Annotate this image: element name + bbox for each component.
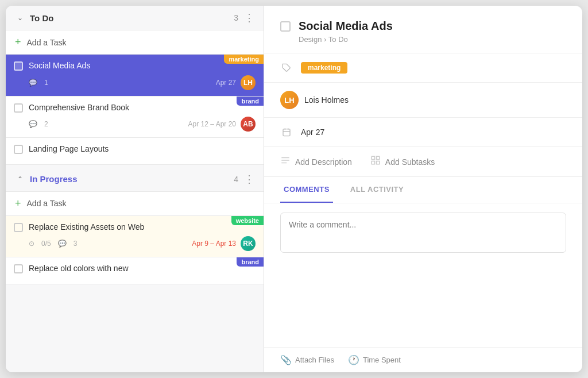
add-description-label: Add Description (295, 157, 352, 167)
svg-rect-1 (283, 129, 290, 136)
detail-tag-pill[interactable]: marketing (301, 62, 347, 74)
svg-rect-11 (372, 161, 374, 164)
time-spent-btn[interactable]: 🕐 Time Spent (348, 354, 401, 365)
detail-due-date: Apr 27 (301, 128, 324, 137)
task-date-replace-assets: Apr 9 – Apr 13 (192, 240, 236, 248)
attach-files-label: Attach Files (295, 356, 334, 364)
task-title-replace-assets: Replace Existing Assets on Web (29, 222, 256, 233)
task-title-social-media-ads: Social Media Ads (29, 60, 256, 72)
todo-collapse-chevron[interactable]: ⌄ (15, 13, 25, 23)
detail-assignee-name: Lois Holmes (304, 95, 349, 105)
tab-comments[interactable]: COMMENTS (280, 177, 333, 203)
svg-rect-8 (372, 156, 374, 159)
task-title-replace-colors: Replace old colors with new (29, 263, 256, 275)
left-panel: ⌄ To Do 3 ⋮ + Add a Task marketing Socia… (6, 6, 264, 372)
task-checkbox-landing-page[interactable] (14, 145, 23, 154)
task-card-replace-colors[interactable]: brand Replace old colors with new (6, 257, 264, 284)
task-date-brand-book: Apr 12 – Apr 20 (188, 120, 236, 128)
task-avatar-brand-book: AB (241, 117, 256, 132)
todo-section-title: To Do (30, 13, 234, 23)
comment-textarea[interactable] (280, 213, 566, 253)
attach-icon: 📎 (280, 354, 292, 365)
inprogress-add-task-row[interactable]: + Add a Task (6, 192, 264, 216)
assignee-info: LH Lois Holmes (280, 91, 349, 109)
task-checkbox-social-media-ads[interactable] (14, 61, 23, 71)
inprogress-section-title: In Progress (30, 174, 234, 184)
subtask-count-replace-assets: 0/5 (41, 240, 51, 248)
inprogress-add-task-label: Add a Task (27, 199, 67, 208)
inprogress-collapse-chevron[interactable]: ⌃ (15, 174, 25, 184)
comment-icon-replace-assets: 💬 (58, 240, 67, 248)
tab-all-activity[interactable]: ALL ACTIVITY (347, 177, 407, 203)
detail-header: Social Media Ads Design › To Do (264, 6, 582, 53)
svg-rect-9 (376, 156, 379, 159)
task-card-social-media-ads[interactable]: marketing Social Media Ads 💬 1 Apr 27 LH (6, 55, 264, 97)
task-badge-replace-colors: brand (237, 257, 264, 267)
todo-add-task-label: Add a Task (27, 38, 67, 47)
comment-count-social-media-ads: 1 (44, 79, 48, 87)
subtasks-icon (370, 155, 381, 168)
description-icon (280, 155, 291, 168)
task-badge-brand-book: brand (237, 97, 264, 106)
task-checkbox-replace-assets[interactable] (14, 223, 23, 232)
task-card-brand-book[interactable]: brand Comprehensive Brand Book 💬 2 Apr 1… (6, 97, 264, 138)
tag-icon (280, 61, 293, 74)
comment-area (264, 203, 582, 347)
task-checkbox-replace-colors[interactable] (14, 264, 23, 273)
detail-actions: Add Description Add Subtasks (264, 147, 582, 177)
task-title-brand-book: Comprehensive Brand Book (29, 102, 256, 114)
clock-icon: 🕐 (348, 354, 359, 365)
add-description-btn[interactable]: Add Description (280, 155, 352, 168)
inprogress-section-header: ⌃ In Progress 4 ⋮ (6, 167, 264, 192)
add-subtasks-label: Add Subtasks (385, 157, 435, 167)
todo-section-menu[interactable]: ⋮ (244, 13, 254, 23)
detail-title-group: Social Media Ads Design › To Do (299, 20, 393, 44)
task-title-landing-page: Landing Page Layouts (29, 144, 256, 155)
detail-date-section: Apr 27 (264, 118, 582, 147)
svg-rect-10 (376, 161, 379, 164)
inprogress-section-count: 4 (234, 175, 238, 184)
comment-icon-brand-book: 💬 (29, 120, 37, 128)
todo-section-header: ⌄ To Do 3 ⋮ (6, 6, 264, 30)
comment-count-replace-assets: 3 (74, 240, 78, 248)
todo-section-count: 3 (234, 13, 238, 22)
inprogress-section-menu[interactable]: ⋮ (244, 174, 254, 184)
comment-footer: 📎 Attach Files 🕐 Time Spent (264, 347, 582, 372)
inprogress-add-plus-icon: + (15, 198, 21, 210)
calendar-icon (280, 126, 293, 138)
right-panel: Social Media Ads Design › To Do marketin… (264, 6, 582, 372)
comment-icon-social-media-ads: 💬 (29, 79, 37, 87)
task-card-replace-assets[interactable]: website Replace Existing Assets on Web ⊙… (6, 216, 264, 258)
detail-task-checkbox[interactable] (280, 21, 291, 32)
todo-add-task-row[interactable]: + Add a Task (6, 30, 264, 55)
task-avatar-replace-assets: RK (241, 236, 256, 251)
add-subtasks-btn[interactable]: Add Subtasks (370, 155, 435, 168)
comment-count-brand-book: 2 (44, 120, 48, 128)
task-badge-marketing: marketing (224, 55, 264, 64)
detail-breadcrumb: Design › To Do (299, 35, 393, 44)
task-checkbox-brand-book[interactable] (14, 103, 23, 113)
attach-files-btn[interactable]: 📎 Attach Files (280, 354, 334, 365)
task-card-landing-page[interactable]: Landing Page Layouts (6, 138, 264, 165)
todo-add-plus-icon: + (15, 36, 21, 48)
task-badge-website: website (231, 216, 264, 225)
tabs-bar: COMMENTS ALL ACTIVITY (264, 177, 582, 203)
time-spent-label: Time Spent (363, 356, 401, 364)
task-avatar-social-media-ads: LH (241, 75, 256, 90)
detail-assignee-section: LH Lois Holmes (264, 83, 582, 118)
subtask-icon-replace-assets: ⊙ (29, 240, 34, 248)
task-date-social-media-ads: Apr 27 (216, 79, 236, 87)
detail-assignee-avatar: LH (280, 91, 299, 109)
detail-task-title: Social Media Ads (299, 20, 393, 33)
app-container: ⌄ To Do 3 ⋮ + Add a Task marketing Socia… (6, 6, 582, 372)
detail-tag-section: marketing (264, 53, 582, 83)
